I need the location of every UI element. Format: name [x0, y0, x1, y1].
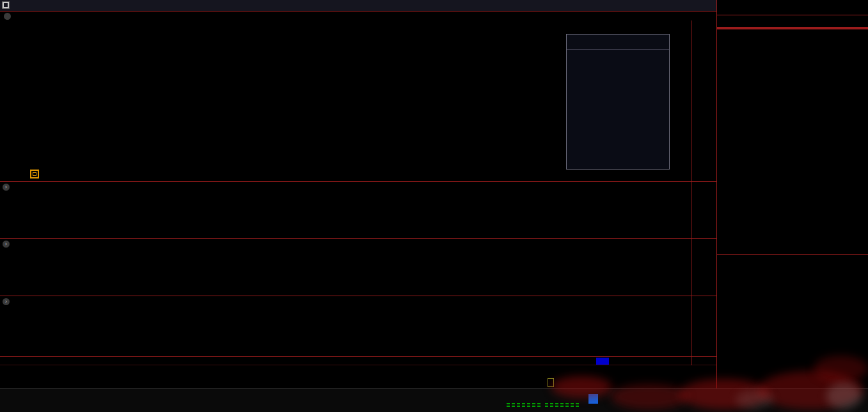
macd-chart[interactable]	[0, 249, 691, 296]
event-marker-icon	[30, 170, 39, 178]
time-axis	[0, 357, 716, 365]
chevron-down-icon[interactable]	[4, 13, 11, 20]
top-menu-bar	[0, 0, 716, 12]
collapse-icon[interactable]: ›	[3, 298, 10, 305]
indicator-tabs	[0, 365, 716, 377]
kline-chart[interactable]	[0, 20, 716, 182]
collapse-icon[interactable]: ›	[3, 241, 10, 248]
window-icon[interactable]	[2, 1, 10, 9]
chart-column: › › ›	[0, 0, 716, 388]
volume-chart[interactable]	[0, 191, 691, 238]
weibi-row	[717, 15, 868, 28]
topbar-spacer	[12, 0, 716, 11]
scroll-marker[interactable]	[596, 358, 609, 365]
macd-header: ›	[0, 239, 716, 249]
collapse-icon[interactable]: ›	[3, 184, 10, 191]
dmi-header: ›	[0, 296, 716, 306]
data-tooltip	[566, 34, 670, 170]
axis-divider	[691, 20, 691, 365]
dmi-chart[interactable]	[0, 306, 691, 356]
tdx-app: › › ›	[0, 0, 868, 412]
quote-panel	[716, 0, 868, 388]
volume-header: ›	[0, 182, 716, 191]
chart-header	[0, 12, 716, 20]
intraday-svg[interactable]	[718, 259, 839, 372]
stock-code-title	[717, 0, 868, 15]
